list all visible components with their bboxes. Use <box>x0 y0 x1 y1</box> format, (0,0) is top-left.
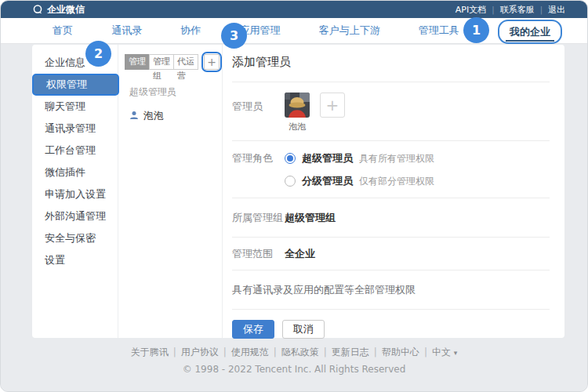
person-icon <box>129 111 139 122</box>
admin-field-label: 管理员 <box>232 93 285 132</box>
sidebar-item-permission-management[interactable]: 权限管理 <box>32 74 119 96</box>
divider: | <box>540 5 543 14</box>
footer-language-selector[interactable]: 中文 ▾ <box>432 347 457 358</box>
scope-field-label: 管理范围 <box>232 247 285 261</box>
group-field-label: 所属管理组 <box>232 211 285 225</box>
contact-support-link[interactable]: 联系客服 <box>500 4 535 16</box>
admin-tabs: 管理员 管理组 代运营 + <box>125 52 222 72</box>
tab-admin-groups[interactable]: 管理组 <box>149 54 174 70</box>
nav-item-my-company[interactable]: 我的企业 <box>510 26 550 38</box>
role-option-name: 超级管理员 <box>302 151 353 165</box>
wecom-logo[interactable]: 企业微信 <box>32 3 85 16</box>
divider: | <box>492 5 494 14</box>
tab-administrators[interactable]: 管理员 <box>125 54 150 70</box>
nav-item-home[interactable]: 首页 <box>53 24 73 38</box>
add-member-button[interactable]: + <box>320 93 345 118</box>
nav-item-admin-tools[interactable]: 管理工具 <box>419 24 459 38</box>
add-admin-button[interactable]: + <box>204 54 220 70</box>
sidebar-item-contacts-management[interactable]: 通讯录管理 <box>32 118 118 140</box>
scope-row: 管理范围 全企业 <box>232 238 550 270</box>
admin-group-label: 超级管理员 <box>129 85 222 99</box>
annotation-box-my-company: 我的企业 <box>498 20 562 44</box>
sidebar-item-join-settings[interactable]: 申请加入设置 <box>32 183 118 205</box>
annotation-step-1-badge: 1 <box>463 17 489 43</box>
nav-item-contacts[interactable]: 通讯录 <box>111 24 142 38</box>
scope-field-value: 全企业 <box>285 247 315 261</box>
add-admin-form: 添加管理员 管理员 泡泡 + 管理角色 超级管理员 具 <box>223 45 564 338</box>
role-option-desc: 具有所有管理权限 <box>359 152 434 165</box>
footer-link-about[interactable]: 关于腾讯 <box>131 347 169 358</box>
avatar <box>285 93 310 118</box>
sidebar-item-settings[interactable]: 设置 <box>32 249 118 271</box>
annotation-step-3-badge: 3 <box>221 23 247 49</box>
save-button[interactable]: 保存 <box>232 320 274 339</box>
topbar: 企业微信 API文档 | 联系客服 | 退出 <box>1 1 587 18</box>
logout-link[interactable]: 退出 <box>548 4 565 16</box>
sidebar-item-wechat-plugin[interactable]: 微信插件 <box>32 162 118 183</box>
settings-sidebar: 企业信息 权限管理 聊天管理 通讯录管理 工作台管理 微信插件 申请加入设置 外… <box>32 45 118 338</box>
annotation-box-add-admin: + <box>201 52 222 72</box>
cancel-button[interactable]: 取消 <box>282 320 325 339</box>
page-body: 企业信息 权限管理 聊天管理 通讯录管理 工作台管理 微信插件 申请加入设置 外… <box>1 45 587 391</box>
main-navbar: 首页 通讯录 协作 应用管理 客户与上下游 管理工具 我的企业 <box>1 18 587 44</box>
footer-link-user-agreement[interactable]: 用户协议 <box>181 347 219 358</box>
sidebar-item-security[interactable]: 安全与保密 <box>32 227 118 249</box>
wecom-logo-text: 企业微信 <box>47 3 85 16</box>
group-field-value: 超级管理组 <box>285 211 336 225</box>
selected-admin: 泡泡 <box>285 93 310 132</box>
sidebar-item-workbench-management[interactable]: 工作台管理 <box>32 140 118 162</box>
role-options: 超级管理员 具有所有管理权限 分级管理员 仅有部分管理权限 <box>285 151 434 188</box>
copyright-text: © 1998 - 2022 Tencent Inc. All Rights Re… <box>1 364 587 375</box>
tab-agent-ops[interactable]: 代运营 <box>173 54 198 70</box>
sidebar-item-chat-management[interactable]: 聊天管理 <box>32 96 118 118</box>
wecom-chat-bubble-icon <box>32 4 43 15</box>
footer-link-help-center[interactable]: 帮助中心 <box>382 347 419 358</box>
admin-member-name: 泡泡 <box>143 109 164 123</box>
admin-list-item[interactable]: 泡泡 <box>129 109 222 123</box>
page-title: 添加管理员 <box>232 55 550 82</box>
api-docs-link[interactable]: API文档 <box>456 4 486 16</box>
annotation-step-2-badge: 2 <box>85 41 111 67</box>
footer-links: 关于腾讯|用户协议|使用规范|隐私政策|更新日志|帮助中心|中文 ▾ <box>1 346 587 359</box>
caret-down-icon: ▾ <box>454 349 458 357</box>
topbar-links: API文档 | 联系客服 | 退出 <box>456 4 565 16</box>
role-option-name: 分级管理员 <box>302 174 353 188</box>
permission-note: 具有通讯录及应用的配置等全部管理权限 <box>232 270 550 310</box>
admin-select-row: 管理员 泡泡 + <box>232 82 550 141</box>
content-panel: 企业信息 权限管理 聊天管理 通讯录管理 工作台管理 微信插件 申请加入设置 外… <box>32 45 564 338</box>
radio-selected-icon[interactable] <box>285 153 296 164</box>
wecom-admin-window: 企业微信 API文档 | 联系客服 | 退出 首页 通讯录 协作 应用管理 客户… <box>0 0 588 392</box>
admin-group-row: 所属管理组 超级管理组 <box>232 198 550 238</box>
footer-link-privacy[interactable]: 隐私政策 <box>281 347 319 358</box>
form-actions: 保存 取消 <box>232 310 550 339</box>
nav-item-collaboration[interactable]: 协作 <box>180 24 201 38</box>
role-option-desc: 仅有部分管理权限 <box>359 175 434 188</box>
footer-link-usage-rules[interactable]: 使用规范 <box>231 347 269 358</box>
role-option-super-admin[interactable]: 超级管理员 具有所有管理权限 <box>285 151 434 165</box>
radio-unselected-icon[interactable] <box>285 176 296 187</box>
role-field-label: 管理角色 <box>232 151 285 188</box>
admin-list-column: 管理员 管理组 代运营 + 超级管理员 泡泡 <box>118 45 223 338</box>
avatar-name: 泡泡 <box>285 121 310 132</box>
page-footer: 关于腾讯|用户协议|使用规范|隐私政策|更新日志|帮助中心|中文 ▾ © 199… <box>1 346 587 375</box>
role-option-sub-admin[interactable]: 分级管理员 仅有部分管理权限 <box>285 174 434 188</box>
role-row: 管理角色 超级管理员 具有所有管理权限 分级管理员 仅有部分管理权限 <box>232 141 550 198</box>
sidebar-item-external-communication[interactable]: 外部沟通管理 <box>32 205 118 227</box>
footer-link-changelog[interactable]: 更新日志 <box>332 347 369 358</box>
nav-item-customers[interactable]: 客户与上下游 <box>319 24 380 38</box>
